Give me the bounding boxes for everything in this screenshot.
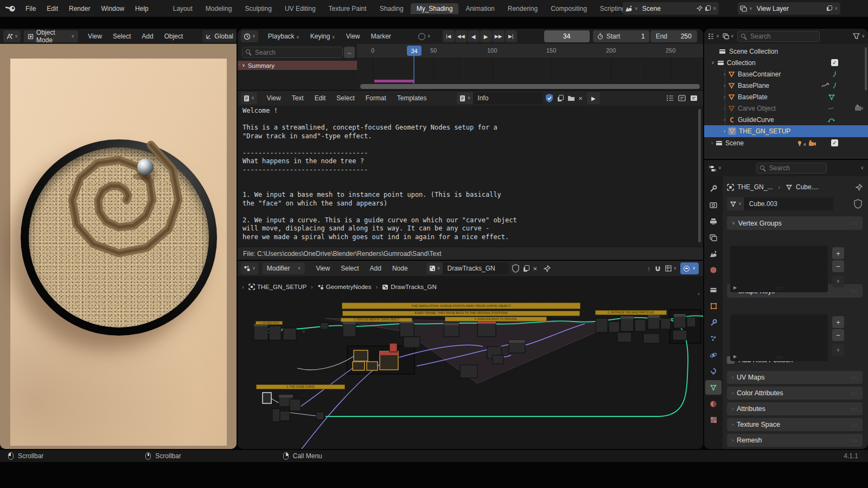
fake-user-shield-outline-icon[interactable] — [853, 199, 863, 209]
snap-mode-dropdown[interactable]: ∨ — [665, 265, 676, 272]
properties-search-field[interactable]: Search — [756, 163, 827, 174]
panel-grip[interactable]: :::: — [851, 391, 858, 396]
expand-icon[interactable]: › — [724, 129, 725, 134]
vertex-group-remove-button[interactable]: − — [832, 260, 844, 272]
frame-start-field[interactable]: Start 1 — [593, 30, 649, 42]
timeline-dopesheet[interactable]: 0 50 100 150 200 250 34 — [357, 44, 703, 90]
new-text-icon[interactable] — [557, 95, 564, 102]
panel-uv-maps[interactable]: ›UV Maps :::: — [727, 371, 863, 384]
frame-label-bar[interactable]: 1. THE BASE MESH — [256, 321, 283, 325]
syntax-highlight-icon[interactable] — [690, 95, 698, 101]
outliner-row-basecontainer[interactable]: › BaseContainer — [704, 68, 868, 80]
shape-key-specials-button[interactable]: ∨ — [832, 344, 844, 356]
tab-particles[interactable] — [705, 331, 722, 346]
line-numbers-icon[interactable] — [666, 95, 674, 101]
outliner-row-guiidecurve[interactable]: › GuiideCurve — [704, 114, 868, 125]
expand-icon[interactable]: › — [724, 72, 725, 77]
viewport-menu-view[interactable]: View — [82, 33, 107, 40]
tab-object-data[interactable] — [705, 380, 722, 395]
outliner-row-collection[interactable]: ∨ Collection ✓ — [704, 57, 868, 68]
editor-type-button[interactable]: ∨ — [241, 262, 258, 274]
list-resize-handle[interactable]: ▶ — [733, 285, 737, 290]
frame-label-bar[interactable]: 5. INSTANCE THE SAND PARTICLES — [595, 310, 667, 315]
viewport-menu-add[interactable]: Add — [136, 33, 158, 40]
text-menu-view[interactable]: View — [261, 94, 286, 102]
panel-texture-space[interactable]: ›Texture Space :::: — [727, 418, 863, 431]
outliner-row-the-gn-setup[interactable]: › THE_GN_SETUP — [704, 125, 868, 137]
node-group-icon-button[interactable]: ∨ — [426, 262, 443, 274]
display-mode-dropdown[interactable]: ∨ — [723, 33, 734, 40]
tab-modeling[interactable]: Modeling — [200, 3, 238, 14]
expand-icon[interactable]: › — [724, 117, 725, 123]
scene-icon[interactable] — [625, 5, 633, 12]
snap-magnet-icon[interactable] — [654, 265, 661, 272]
frame-label-bar[interactable]: 4. DISPLACE BACK TO ORIGINAL — [445, 317, 547, 322]
node-menu-node[interactable]: Node — [387, 265, 413, 272]
tab-view-layer[interactable] — [705, 230, 722, 245]
list-grip[interactable]: :::: — [776, 355, 783, 359]
new-view-layer-icon[interactable] — [826, 5, 832, 12]
outliner-search-field[interactable]: Search — [737, 31, 820, 42]
parent-tree-arrow-icon[interactable]: ↑ — [647, 265, 651, 273]
text-menu-text[interactable]: Text — [286, 94, 309, 102]
expand-icon[interactable]: › — [724, 83, 725, 88]
frame-label-bar[interactable]: EVERY FRAME, THEY MOVE BACK TO THE ORIGI… — [342, 311, 580, 316]
prev-keyframe-button[interactable]: ◀◀ — [455, 30, 467, 42]
panel-attributes[interactable]: ›Attributes :::: — [727, 402, 863, 415]
menu-file[interactable]: File — [20, 5, 41, 12]
panel-color-attributes[interactable]: ›Color Attributes :::: — [727, 387, 863, 400]
mode-dropdown[interactable]: Object Mode ∨ — [24, 30, 78, 42]
tab-layout[interactable]: Layout — [167, 3, 199, 14]
shape-keys-list[interactable]: ▶ :::: — [730, 314, 828, 361]
panel-grip[interactable]: :::: — [851, 375, 858, 380]
outliner-row-baseplane[interactable]: › BasePlane — [704, 80, 868, 91]
play-reverse-button[interactable]: ◀ — [468, 30, 480, 42]
mesh-name-field[interactable]: Cube.003 — [744, 197, 833, 210]
word-wrap-icon[interactable] — [678, 95, 686, 101]
blender-logo-icon[interactable] — [5, 4, 17, 13]
timeline-menu-keying[interactable]: Keying ∨ — [305, 33, 341, 40]
panel-remesh[interactable]: ›Remesh :::: — [727, 434, 863, 447]
chevron-down-icon[interactable]: ∨ — [635, 7, 638, 11]
shape-key-remove-button[interactable]: − — [832, 329, 844, 341]
new-scene-icon[interactable] — [705, 5, 711, 12]
frame-label-bar[interactable]: 3. DISPLACE MESH BY CARVE OBJECT — [341, 318, 412, 322]
fake-user-shield-icon[interactable] — [545, 93, 554, 103]
menu-edit[interactable]: Edit — [41, 5, 63, 12]
next-keyframe-button[interactable]: ▶▶ — [493, 30, 505, 42]
tab-constraints[interactable] — [705, 364, 722, 378]
frame-end-field[interactable]: End 250 — [650, 30, 697, 42]
auto-key-record-icon[interactable] — [418, 33, 425, 40]
unlink-node-tree-icon[interactable]: × — [533, 265, 537, 273]
vertex-group-add-button[interactable]: + — [832, 247, 844, 259]
frame-label-bar[interactable]: 2. THE GUIDE CURVE — [256, 384, 345, 389]
editor-type-button[interactable]: ∨ — [709, 165, 722, 172]
timeline-menu-marker[interactable]: Marker — [365, 33, 396, 40]
outliner-row-scene[interactable]: › Scene 4 ✓ — [704, 137, 868, 149]
panel-grip[interactable]: :::: — [851, 221, 858, 226]
editor-type-button[interactable]: ∨ — [241, 92, 257, 104]
panel-grip[interactable]: :::: — [851, 422, 858, 427]
collection-checkbox[interactable]: ✓ — [831, 59, 838, 66]
region-toggle-icon[interactable]: ‹ — [698, 290, 700, 297]
editor-type-button[interactable]: ∨ — [3, 30, 21, 42]
remove-view-layer-icon[interactable]: × — [834, 5, 838, 12]
outliner-scrollbar[interactable] — [865, 47, 867, 91]
tab-object[interactable] — [705, 299, 722, 313]
editor-type-button[interactable]: ∨ — [707, 33, 719, 40]
region-toggle-icon[interactable]: ‹ — [239, 61, 240, 67]
frame-label-bar[interactable]: THE SIMULATION: NUDGE POINTS AWAY FROM C… — [342, 303, 580, 309]
view-layer-name-field[interactable]: View Layer — [755, 4, 824, 13]
viewport-render-area[interactable]: › ‹ — [0, 44, 237, 449]
panel-grip[interactable]: :::: — [851, 288, 858, 293]
tab-animation[interactable]: Animation — [459, 3, 500, 14]
fake-user-shield-outline-icon[interactable] — [512, 264, 520, 273]
panel-vertex-groups-header[interactable]: ∨Vertex Groups :::: — [727, 216, 863, 230]
vertex-groups-list[interactable]: ▶ :::: — [730, 246, 828, 292]
text-menu-edit[interactable]: Edit — [309, 94, 331, 102]
tab-texture[interactable] — [705, 413, 722, 427]
unlink-text-icon[interactable]: × — [578, 94, 583, 102]
outliner-row-carve-object[interactable]: › Carve Object × — [704, 102, 868, 114]
text-menu-select[interactable]: Select — [331, 94, 360, 102]
text-menu-format[interactable]: Format — [360, 94, 392, 102]
